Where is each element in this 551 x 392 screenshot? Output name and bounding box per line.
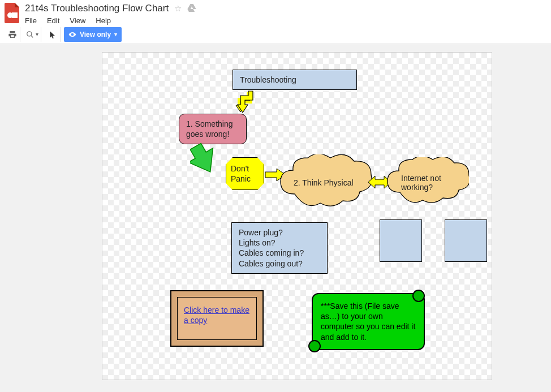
view-only-button[interactable]: View only ▾ bbox=[64, 27, 122, 42]
move-to-drive-icon[interactable] bbox=[187, 4, 196, 14]
make-a-copy-link[interactable]: Click here to make a copy bbox=[184, 305, 249, 325]
print-button[interactable] bbox=[5, 27, 20, 42]
eye-icon bbox=[68, 31, 76, 38]
node-empty-box-2[interactable] bbox=[445, 219, 487, 262]
node-checklist[interactable]: Power plug? Lights on? Cables coming in?… bbox=[231, 222, 328, 274]
caret-down-icon: ▾ bbox=[114, 31, 117, 37]
doc-title[interactable]: 21t4s Troubleshooting Flow Chart bbox=[25, 3, 169, 14]
node-empty-box-1[interactable] bbox=[380, 219, 422, 262]
node-copy-plaque[interactable]: Click here to make a copy bbox=[170, 290, 264, 347]
node-step-2-label: 2. Think Physical bbox=[294, 178, 354, 187]
node-step-2[interactable]: 2. Think Physical bbox=[278, 154, 374, 211]
node-troubleshooting[interactable]: Troubleshooting bbox=[233, 70, 357, 90]
drawings-doc-icon bbox=[5, 3, 20, 23]
select-tool-button[interactable] bbox=[45, 27, 61, 42]
svg-rect-1 bbox=[12, 12, 18, 18]
menu-file[interactable]: File bbox=[25, 16, 37, 25]
node-step-1[interactable]: 1. Something goes wrong! bbox=[179, 114, 247, 144]
arrow-icon bbox=[236, 90, 255, 115]
node-save-note[interactable]: ***Save this (File save as…) to your own… bbox=[312, 293, 425, 350]
menu-bar: File Edit View Help bbox=[25, 16, 196, 25]
node-internet[interactable]: Internet not working? bbox=[384, 157, 469, 208]
stage: Troubleshooting 1. Something goes wrong!… bbox=[0, 44, 551, 389]
toolbar: ▾ View only ▾ bbox=[0, 25, 551, 44]
menu-edit[interactable]: Edit bbox=[47, 16, 59, 25]
zoom-button[interactable]: ▾ bbox=[24, 27, 41, 42]
node-dont-panic[interactable]: Don't Panic bbox=[226, 157, 264, 190]
svg-point-2 bbox=[27, 31, 32, 36]
menu-view[interactable]: View bbox=[70, 16, 85, 25]
caret-down-icon: ▾ bbox=[36, 31, 38, 37]
drawing-canvas[interactable]: Troubleshooting 1. Something goes wrong!… bbox=[102, 52, 492, 380]
star-icon[interactable]: ☆ bbox=[174, 3, 182, 14]
menu-help[interactable]: Help bbox=[96, 16, 111, 25]
view-only-label: View only bbox=[80, 31, 111, 38]
svg-line-3 bbox=[31, 35, 33, 37]
node-internet-label: Internet not working? bbox=[401, 174, 469, 192]
arrow-icon bbox=[190, 142, 230, 173]
titlebar: 21t4s Troubleshooting Flow Chart ☆ File … bbox=[0, 0, 551, 25]
